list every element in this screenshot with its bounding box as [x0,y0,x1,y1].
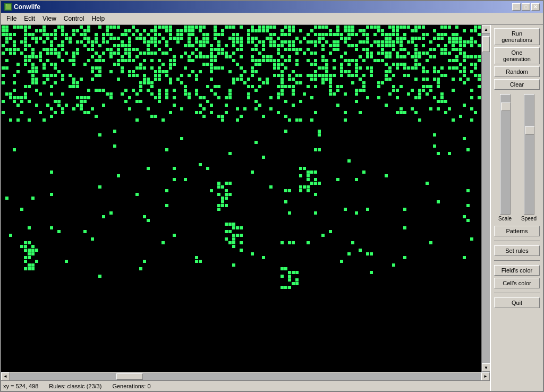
speed-label: Speed [521,216,537,221]
title-bar: 🟩 Conwlife _ □ ✕ [1,1,543,13]
divider-1 [494,241,540,241]
coordinates-text: xy = 524, 498 [3,383,38,389]
vertical-scrollbar: ▲ ▼ [481,25,490,372]
coordinates-display: xy = 524, 498 [3,383,38,389]
rules-display: Rules: classic (23/3) [49,383,101,389]
divider-3 [494,293,540,293]
life-canvas[interactable] [1,25,490,372]
speed-slider-track[interactable] [524,94,534,215]
slider-area: Scale Speed [494,94,540,221]
scale-slider-container: Scale [494,94,516,221]
scroll-thumb-v[interactable] [482,36,490,52]
scroll-down-button[interactable]: ▼ [482,363,490,372]
run-generations-button[interactable]: Run generations [494,28,540,45]
menu-edit[interactable]: Edit [21,14,38,23]
fields-color-button[interactable]: Field's color [494,265,540,276]
speed-slider-thumb[interactable] [525,126,534,135]
scale-slider-track[interactable] [500,94,511,215]
menu-file[interactable]: File [3,14,20,23]
rules-text: Rules: classic (23/3) [49,383,101,389]
scale-label: Scale [498,216,512,221]
clear-button[interactable]: Clear [494,79,540,90]
cells-color-button[interactable]: Cell's color [494,278,540,288]
scroll-left-button[interactable]: ◄ [1,372,10,381]
app-icon: 🟩 [4,3,12,11]
menu-help[interactable]: Help [89,14,108,23]
speed-slider-container: Speed [518,94,540,221]
patterns-button[interactable]: Patterns [494,226,540,236]
horizontal-scrollbar: ◄ ► [1,372,490,380]
main-window: 🟩 Conwlife _ □ ✕ File Edit View Control … [0,0,544,392]
scale-slider-thumb[interactable] [501,103,511,111]
title-buttons: _ □ ✕ [512,3,540,11]
right-panel: Run generations One generation Random Cl… [490,25,543,391]
title-bar-left: 🟩 Conwlife [4,3,40,11]
canvas-area: ▲ ▼ ◄ ► xy = 524, 498 [1,25,490,391]
main-area: ▲ ▼ ◄ ► xy = 524, 498 [1,25,543,391]
menu-bar: File Edit View Control Help [1,13,543,25]
canvas-scroll-area: ▲ ▼ [1,25,490,372]
scroll-thumb-h[interactable] [116,373,143,380]
menu-view[interactable]: View [39,14,60,23]
status-bar: xy = 524, 498 Rules: classic (23/3) Gene… [1,380,490,391]
set-rules-button[interactable]: Set rules [494,245,540,256]
random-button[interactable]: Random [494,66,540,77]
generations-text: Generations: 0 [112,383,150,389]
menu-control[interactable]: Control [61,14,88,23]
divider-2 [494,260,540,261]
minimize-button[interactable]: _ [512,3,521,11]
game-canvas[interactable] [1,25,481,372]
close-button[interactable]: ✕ [531,3,540,11]
scroll-right-button[interactable]: ► [481,372,490,381]
scroll-up-button[interactable]: ▲ [482,25,490,33]
scroll-track-h[interactable] [10,373,481,380]
window-title: Conwlife [14,3,40,11]
maximize-button[interactable]: □ [522,3,530,11]
scroll-track-v[interactable] [482,33,490,363]
one-generation-button[interactable]: One generation [494,47,540,64]
generations-display: Generations: 0 [112,383,150,389]
quit-button[interactable]: Quit [494,297,540,308]
